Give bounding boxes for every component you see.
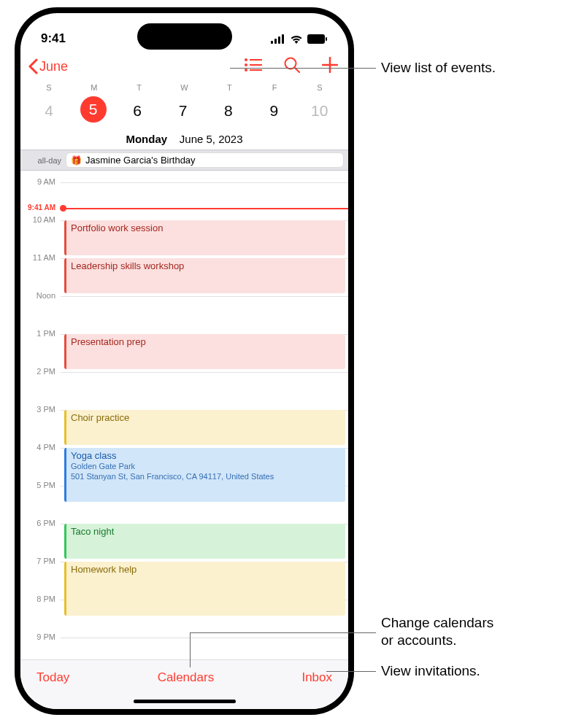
svg-rect-5: [326, 37, 327, 41]
calendar-event[interactable]: Portfolio work session: [64, 220, 345, 255]
svg-point-10: [245, 69, 247, 71]
battery-icon: [307, 34, 328, 44]
svg-rect-1: [274, 39, 277, 44]
callout-line: [230, 68, 376, 69]
hour-label: 3 PM: [20, 405, 58, 414]
hour-label: 10 AM: [20, 215, 58, 224]
svg-rect-9: [250, 64, 262, 66]
date-cell[interactable]: 4: [34, 96, 64, 125]
weekday-label: S: [34, 83, 64, 92]
svg-rect-4: [307, 34, 325, 44]
date-cell[interactable]: 6: [123, 96, 152, 125]
hour-label: 7 PM: [20, 557, 58, 565]
plus-icon: [322, 57, 338, 73]
date-cell[interactable]: 9: [259, 96, 288, 125]
calendar-event[interactable]: Choir practice: [64, 410, 345, 445]
hour-label: 2 PM: [20, 367, 58, 376]
wifi-icon: [290, 34, 303, 44]
date-header-date: June 5, 2023: [180, 133, 243, 145]
cellular-icon: [271, 34, 285, 44]
hour-label: 5 PM: [20, 481, 58, 489]
weekday-label: M: [80, 83, 109, 92]
calendars-button[interactable]: Calendars: [158, 670, 215, 685]
list-view-button[interactable]: [245, 58, 262, 74]
svg-rect-0: [271, 41, 273, 44]
status-indicators: [271, 34, 328, 44]
svg-point-8: [245, 63, 247, 66]
calendar-event[interactable]: Taco night: [64, 524, 345, 559]
calendar-event[interactable]: Yoga classGolden Gate Park501 Stanyan St…: [64, 448, 345, 502]
callout-line: [190, 632, 191, 667]
hour-label: 11 AM: [20, 253, 58, 262]
hour-label: 8 PM: [20, 595, 58, 603]
back-label: June: [39, 59, 68, 74]
status-time: 9:41: [41, 31, 66, 46]
svg-rect-11: [250, 69, 262, 71]
hour-label: 9 AM: [20, 177, 58, 186]
date-header-weekday: Monday: [126, 133, 167, 145]
svg-rect-3: [282, 34, 284, 44]
hour-label: 9 PM: [20, 632, 58, 641]
date-header: Monday June 5, 2023: [20, 131, 348, 150]
svg-point-6: [245, 58, 247, 61]
svg-rect-2: [278, 36, 280, 44]
callout-line: [190, 632, 376, 633]
today-button[interactable]: Today: [36, 670, 69, 685]
callout-line: [326, 671, 376, 672]
date-cell[interactable]: 7: [168, 96, 197, 125]
date-cell[interactable]: 8: [214, 96, 243, 125]
home-indicator[interactable]: [134, 700, 236, 703]
weekday-label: T: [125, 83, 154, 92]
allday-event-title: Jasmine Garcia's Birthday: [85, 155, 196, 166]
date-cell[interactable]: 5: [80, 96, 107, 123]
date-row: 45678910: [20, 93, 348, 131]
bottom-toolbar: Today Calendars Inbox: [20, 659, 348, 709]
allday-label: all-day: [25, 156, 61, 165]
hour-label: Noon: [20, 291, 58, 300]
schedule-area[interactable]: 9 AM10 AM11 AMNoon1 PM2 PM3 PM4 PM5 PM6 …: [20, 171, 348, 659]
inbox-button[interactable]: Inbox: [301, 670, 332, 685]
hour-label: 6 PM: [20, 519, 58, 527]
birthday-icon: 🎁: [71, 155, 82, 166]
hour-label: 1 PM: [20, 329, 58, 338]
callout-list-events: View list of events.: [381, 59, 496, 77]
allday-row: all-day 🎁 Jasmine Garcia's Birthday: [20, 150, 348, 171]
weekday-label: F: [260, 83, 289, 92]
allday-event[interactable]: 🎁 Jasmine Garcia's Birthday: [66, 152, 344, 168]
svg-rect-7: [250, 59, 262, 61]
weekday-label: T: [215, 83, 244, 92]
chevron-left-icon: [28, 58, 38, 74]
calendar-event[interactable]: Homework help: [64, 562, 345, 616]
phone-screen: 9:41 June: [20, 13, 348, 709]
nav-bar: June: [20, 53, 348, 82]
phone-frame: 9:41 June: [15, 7, 354, 715]
list-icon: [245, 58, 262, 71]
search-icon: [284, 57, 300, 73]
callout-invitations: View invitations.: [381, 662, 480, 680]
add-event-button[interactable]: [322, 57, 338, 76]
back-button[interactable]: June: [28, 58, 68, 74]
dynamic-island: [137, 23, 232, 50]
search-button[interactable]: [284, 57, 300, 76]
hour-label: 4 PM: [20, 443, 58, 452]
weekday-label: S: [305, 83, 334, 92]
calendar-event[interactable]: Presentation prep: [64, 334, 345, 369]
calendar-event[interactable]: Leadership skills workshop: [64, 258, 345, 293]
callout-calendars: Change calendarsor accounts.: [381, 614, 493, 649]
weekday-label: W: [169, 83, 199, 92]
date-cell[interactable]: 10: [305, 96, 334, 125]
weekday-row: S M T W T F S: [20, 82, 348, 93]
